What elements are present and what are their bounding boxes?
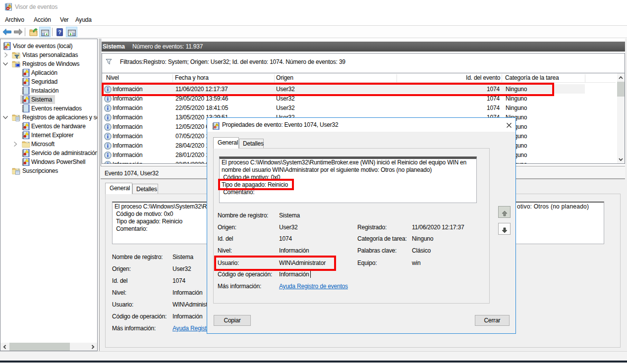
svg-text:?: ? <box>58 29 61 35</box>
